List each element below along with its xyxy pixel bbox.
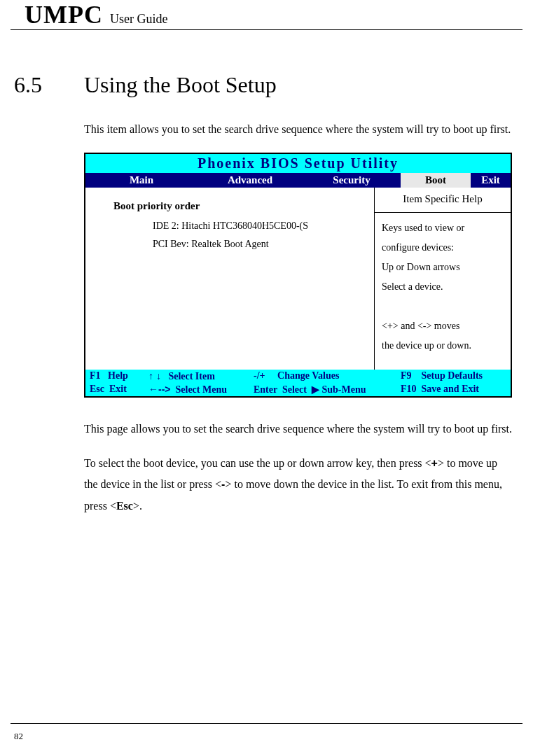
- footer-f1-help: F1 Help: [85, 370, 148, 382]
- bios-tab-security[interactable]: Security: [303, 173, 401, 188]
- help-line: Keys used to view or: [382, 218, 505, 238]
- key-esc: Esc: [90, 384, 104, 394]
- section-heading: Using the Boot Setup: [84, 72, 277, 98]
- label-exit: Exit: [109, 384, 127, 394]
- footer-change-values: -/+ Change Values: [254, 370, 401, 382]
- bios-footer-row-2: Esc Exit ←--> Select Menu Enter Select ▶…: [85, 383, 511, 396]
- footer-select-menu: ←--> Select Menu: [148, 384, 254, 396]
- boot-priority-label: Boot priority order: [98, 195, 374, 219]
- help-line: <+> and <-> moves: [382, 316, 505, 336]
- page-footer: 82: [11, 723, 522, 742]
- label-help: Help: [108, 370, 128, 381]
- bios-main-panel: Boot priority order IDE 2: Hitachi HTC36…: [85, 188, 374, 370]
- bios-setup-figure: Phoenix BIOS Setup Utility Main Advanced…: [84, 153, 512, 398]
- bios-tab-exit[interactable]: Exit: [471, 173, 511, 188]
- footer-setup-defaults: F9 Setup Defaults: [401, 370, 511, 382]
- page-header: UMPC User Guide: [11, 0, 522, 30]
- help-line: [382, 297, 505, 316]
- help-line: Up or Down arrows: [382, 258, 505, 277]
- bios-tab-row: Main Advanced Security Boot Exit: [85, 173, 511, 188]
- label-select: Select: [282, 384, 307, 395]
- p3-text: To select the boot device, you can use t…: [84, 457, 431, 469]
- brand-subtitle: User Guide: [110, 12, 167, 26]
- intro-paragraph: This item allows you to set the search d…: [84, 119, 512, 140]
- p3-text: >.: [133, 500, 142, 512]
- bios-footer-row-1: F1 Help ↑ ↓ Select Item -/+ Change Value…: [85, 370, 511, 383]
- bios-footer: F1 Help ↑ ↓ Select Item -/+ Change Value…: [85, 370, 511, 396]
- up-down-arrow-icon: ↑ ↓: [148, 370, 161, 382]
- label-change-values: Change Values: [277, 370, 339, 381]
- body-paragraph-2: This page allows you to set the search d…: [84, 419, 512, 440]
- submenu-arrow-icon: ▶: [312, 384, 319, 395]
- plus-key: +: [431, 457, 438, 469]
- boot-item-1[interactable]: IDE 2: Hitachi HTC368040H5CE00-(S: [98, 219, 374, 237]
- bios-body: Boot priority order IDE 2: Hitachi HTC36…: [85, 188, 511, 370]
- bios-title-bar: Phoenix BIOS Setup Utility: [85, 154, 511, 173]
- label-select-item: Select Item: [168, 371, 214, 382]
- key-plusminus: -/+: [254, 370, 265, 381]
- label-submenu: Sub-Menu: [321, 384, 366, 395]
- boot-item-2[interactable]: PCI Bev: Realtek Boot Agent: [98, 237, 374, 255]
- bios-help-panel: Item Specific Help Keys used to view or …: [374, 188, 511, 370]
- section-heading-row: 6.5 Using the Boot Setup: [14, 72, 519, 98]
- help-line: the device up or down.: [382, 336, 505, 356]
- footer-select-submenu: Enter Select ▶ Sub-Menu: [254, 384, 401, 396]
- bios-tab-boot[interactable]: Boot: [401, 173, 471, 188]
- key-enter: Enter: [254, 384, 277, 395]
- help-heading: Item Specific Help: [375, 188, 511, 213]
- footer-select-item: ↑ ↓ Select Item: [148, 370, 254, 382]
- body-paragraph-3: To select the boot device, you can use t…: [84, 453, 512, 517]
- help-line: Select a device.: [382, 277, 505, 297]
- label-save-exit: Save and Exit: [422, 384, 479, 394]
- label-setup-defaults: Setup Defaults: [422, 370, 483, 381]
- footer-esc-exit: Esc Exit: [85, 384, 148, 396]
- key-f9: F9: [401, 370, 412, 381]
- brand-title: UMPC: [25, 1, 103, 29]
- key-f10: F10: [401, 384, 417, 394]
- page-number: 82: [14, 731, 23, 741]
- footer-save-exit: F10 Save and Exit: [401, 384, 511, 396]
- label-select-menu: Select Menu: [176, 384, 227, 395]
- key-f1: F1: [90, 370, 101, 381]
- bios-tab-advanced[interactable]: Advanced: [198, 173, 303, 188]
- left-right-arrow-icon: ←-->: [148, 384, 171, 395]
- esc-key: Esc: [116, 500, 133, 512]
- section-number: 6.5: [14, 72, 84, 98]
- bios-tab-main[interactable]: Main: [85, 173, 198, 188]
- help-line: configure devices:: [382, 238, 505, 258]
- help-body: Keys used to view or configure devices: …: [375, 213, 511, 361]
